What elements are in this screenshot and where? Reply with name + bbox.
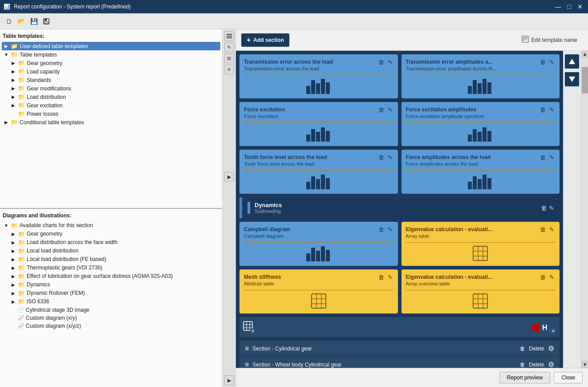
svg-rect-38 (483, 175, 487, 189)
add-section-button[interactable]: + Add section (241, 33, 289, 47)
svg-marker-71 (569, 77, 575, 82)
delete-section-cyl[interactable]: 🗑 (520, 346, 525, 352)
arrow-bg-ld: ▶ (11, 240, 16, 245)
svg-rect-43 (321, 246, 325, 261)
close-button[interactable]: ✕ (224, 65, 234, 74)
edit-card-tea[interactable]: ✎ (548, 59, 555, 65)
open-button[interactable]: 📂 (16, 16, 27, 27)
tree-item-bg-lubrication[interactable]: ▶ 📁 Effect of lubrication on gear surfac… (2, 272, 220, 281)
delete-card-campbell[interactable]: 🗑 (377, 226, 385, 233)
add-table-button[interactable]: + (243, 321, 255, 334)
gear-icon-cyl[interactable]: ⚙ (548, 344, 554, 353)
svg-rect-15 (468, 86, 472, 94)
tree-item-gear-modifications[interactable]: ▶ 📁 Gear modifications (2, 84, 220, 93)
tree-item-gear-excitation[interactable]: ▶ 📁 Gear excitation (2, 101, 220, 110)
tree-item-bg-gear-geometry[interactable]: ▶ 📁 Gear geometry (2, 230, 220, 238)
svg-rect-11 (311, 80, 315, 94)
svg-text:+: + (552, 329, 555, 334)
card-force-excitation[interactable]: Force excitation Force excitation 🗑 ✎ (239, 102, 398, 146)
new-button[interactable]: 🗋 (4, 16, 14, 27)
tree-item-bg-thermoplastic[interactable]: ▶ 📁 Thermoplastic gears (VDI 2736) (2, 264, 220, 272)
delete-card-te[interactable]: 🗑 (377, 59, 385, 65)
edit-card-fe[interactable]: ✎ (387, 106, 393, 113)
tree-item-standards[interactable]: ▶ 📁 Standards (2, 76, 220, 84)
edit-card-te[interactable]: ✎ (387, 59, 393, 65)
delete-card-eigen1[interactable]: 🗑 (539, 226, 547, 233)
cards-area: Transmission error across the load Trans… (236, 51, 563, 368)
edit-card-campbell[interactable]: ✎ (387, 226, 393, 233)
edit-card-mesh[interactable]: ✎ (387, 274, 393, 281)
subheading-card: Dynamics Subheading 🗑 ✎ (239, 197, 560, 218)
expand-button[interactable]: ⊞ (224, 53, 234, 63)
transfer-button[interactable]: ▶ (224, 172, 234, 182)
scrollbar-up-button[interactable]: ▲ (581, 51, 588, 58)
tree-item-load-capacity[interactable]: ▶ 📁 Load capacity (2, 67, 220, 76)
card-tooth-force-level[interactable]: Tooth force level across the load Tooth … (239, 150, 398, 194)
edit-template-button[interactable]: Edit template name (516, 33, 583, 47)
delete-card-fea[interactable]: 🗑 (539, 106, 547, 113)
tree-item-bg-local-load[interactable]: ▶ 📁 Local load distribution (2, 247, 220, 255)
section-row-wheel-body[interactable]: ≡ Section - Wheel body Cylindrical gear … (239, 357, 560, 368)
tree-item-bg-load-dist[interactable]: ▶ 📁 Load distribution across the face wi… (2, 238, 220, 247)
tree-item-bg-custom-xyz[interactable]: 📈 Custom diagram (x/y/z) (2, 322, 220, 330)
card-mesh-stiffness[interactable]: Mesh stiffness Attribute table 🗑 ✎ (239, 269, 398, 314)
card-force-amplitudes[interactable]: Force amplitudes across the load Force a… (401, 150, 560, 194)
card-force-excitation-amp[interactable]: Force excitation amplitudes Force excita… (401, 102, 560, 146)
delete-card-tea[interactable]: 🗑 (539, 59, 547, 65)
add-heading-button[interactable]: H + (542, 321, 556, 334)
delete-card-eigen2[interactable]: 🗑 (539, 274, 547, 281)
gear-icon-wb[interactable]: ⚙ (548, 360, 554, 368)
delete-card-fa[interactable]: 🗑 (539, 154, 547, 161)
close-window-button[interactable]: ✕ (576, 3, 584, 10)
pencil-button[interactable]: ✎ (224, 42, 234, 52)
save-button[interactable]: 💾 (28, 16, 39, 27)
tree-item-power-losses[interactable]: 📁 Power losses (2, 110, 220, 118)
delete-card-tfl[interactable]: 🗑 (377, 154, 385, 161)
report-preview-button[interactable]: Report preview (499, 372, 551, 383)
card-campbell[interactable]: Campbell diagram Campbell diagram 🗑 ✎ (239, 222, 398, 266)
toolbar: 🗋 📂 💾 (0, 13, 588, 29)
tree-item-load-distribution[interactable]: ▶ 📁 Load distribution (2, 93, 220, 101)
tree-item-user-defined[interactable]: ▶ 📁 User-defined table templates (2, 42, 220, 50)
svg-rect-39 (487, 178, 491, 189)
card-transmission-error[interactable]: Transmission error across the load Trans… (239, 54, 398, 98)
tree-item-available-charts[interactable]: ▼ 📁 Available charts for this section (2, 221, 220, 230)
tree-item-bg-dynamic-rollover[interactable]: ▶ 📁 Dynamic Rollover (FEM) (2, 289, 220, 297)
tree-item-gear-geometry[interactable]: ▶ 📁 Gear geometry (2, 59, 220, 67)
edit-card-eigen2[interactable]: ✎ (548, 274, 555, 281)
tree-item-bg-custom-xy[interactable]: 📈 Custom diagram (x/y) (2, 314, 220, 322)
transfer-bottom-button[interactable]: ▶ (224, 375, 234, 385)
card-transmission-error-amp[interactable]: Transmission error amplitudes a... Trans… (401, 54, 560, 98)
nav-down-button[interactable] (565, 72, 579, 86)
card-chart-tfl (244, 173, 393, 189)
close-button[interactable]: Close (554, 372, 583, 383)
tree-item-bg-cyl3d[interactable]: 📄 Cylindrical stage 3D image (2, 306, 220, 314)
delete-card-fe[interactable]: 🗑 (377, 106, 385, 113)
card-chart-tea (406, 78, 556, 94)
nav-up-button[interactable] (565, 54, 579, 69)
card-eigenvalue-eval2[interactable]: Eigenvalue calculation - evaluati... Arr… (401, 269, 560, 314)
card-eigenvalue-eval[interactable]: Eigenvalue calculation - evaluati... Arr… (401, 222, 560, 266)
edit-card-tfl[interactable]: ✎ (387, 154, 393, 161)
scrollbar-thumb[interactable] (582, 67, 588, 94)
tree-item-conditional[interactable]: ▶ 📁 Conditional table templates (2, 118, 220, 126)
maximize-button[interactable]: □ (566, 3, 573, 10)
label-gear-geometry: Gear geometry (27, 60, 62, 66)
edit-subheading-button[interactable]: ✎ (549, 204, 554, 212)
delete-section-wb[interactable]: 🗑 (520, 362, 525, 368)
delete-card-mesh[interactable]: 🗑 (377, 274, 385, 281)
view-list-button[interactable] (224, 31, 234, 41)
edit-card-eigen1[interactable]: ✎ (548, 226, 555, 233)
cards-grid-1: Transmission error across the load Trans… (239, 54, 560, 194)
tree-item-bg-iso6336[interactable]: ▶ 📁 ISO 6336 (2, 297, 220, 306)
tree-item-bg-local-load-fe[interactable]: ▶ 📁 Local load distribution (FE based) (2, 255, 220, 264)
tree-item-table-templates[interactable]: ▼ 📁 Table templates (2, 50, 220, 59)
delete-subheading-button[interactable]: 🗑 (541, 204, 547, 212)
tree-item-bg-dynamics[interactable]: ▶ 📁 Dynamics (2, 281, 220, 289)
edit-card-fa[interactable]: ✎ (548, 154, 555, 161)
save-as-button[interactable] (41, 16, 52, 27)
section-row-cylindrical[interactable]: ≡ Section - Cylindrical gear 🗑 Delete ⚙ (239, 341, 560, 357)
minimize-button[interactable]: — (553, 3, 563, 10)
edit-card-fea[interactable]: ✎ (548, 106, 555, 113)
scrollbar-down-button[interactable]: ▼ (581, 361, 588, 368)
